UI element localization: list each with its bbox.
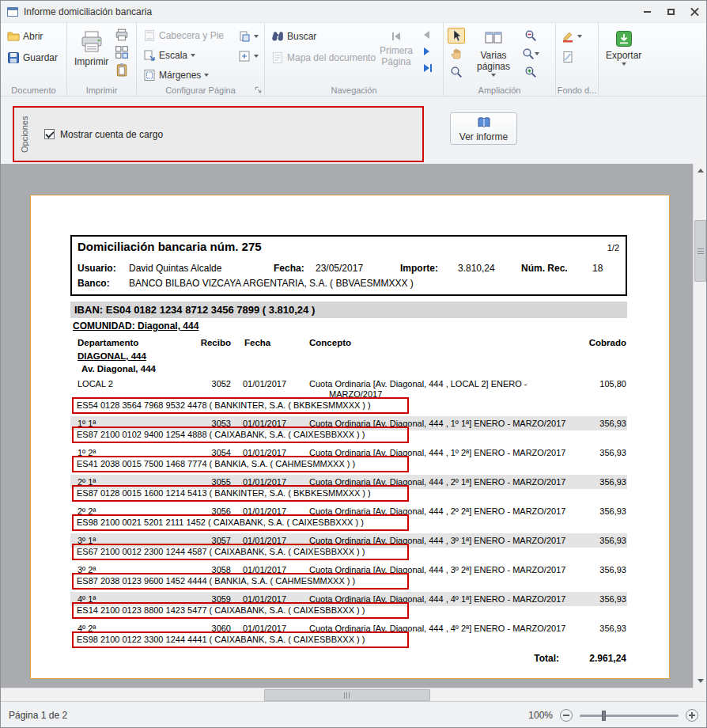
zoom-level-button[interactable] xyxy=(522,46,539,62)
show-account-checkbox[interactable] xyxy=(44,129,55,139)
binoculars-icon xyxy=(271,30,284,43)
group-label-navegacion: Navegación xyxy=(265,85,443,95)
total-label: Total: xyxy=(534,653,559,664)
zoom-slider[interactable] xyxy=(580,715,679,717)
scroll-down-button[interactable] xyxy=(694,674,706,688)
header-recibo: Recibo xyxy=(185,338,231,347)
show-account-checkbox-label[interactable]: Mostrar cuenta de cargo xyxy=(60,129,163,140)
last-page-button[interactable] xyxy=(422,61,433,75)
chevron-down-icon xyxy=(254,55,259,58)
pointer-icon xyxy=(450,29,463,42)
multiple-pages-button[interactable]: Varias páginas xyxy=(468,28,519,83)
table-header-row: Departamento Recibo Fecha Concepto Cobra… xyxy=(70,338,627,351)
zoom-in-slider-button[interactable] xyxy=(686,709,698,722)
group-label-documento: Documento xyxy=(1,85,66,95)
search-button[interactable]: Buscar xyxy=(269,28,370,44)
document-map-button[interactable]: Mapa del documento xyxy=(269,49,370,66)
scale-button[interactable]: Escala xyxy=(141,47,233,63)
background-color-button[interactable] xyxy=(560,28,584,44)
row-cobrado: 356,93 xyxy=(563,448,626,458)
vertical-scroll-thumb[interactable] xyxy=(694,220,706,282)
horizontal-scrollbar[interactable] xyxy=(1,688,693,701)
maximize-icon xyxy=(667,9,675,15)
next-page-icon xyxy=(424,47,429,55)
total-value: 2.961,24 xyxy=(559,653,627,664)
report-page-indicator: 1/2 xyxy=(607,243,619,252)
row-cuenta: ES54 0128 3564 7968 9532 4478 ( BANKINTE… xyxy=(77,400,371,410)
ribbon-group-imprimir: Imprimir Imprimir xyxy=(67,23,137,96)
open-button-label: Abrir xyxy=(23,31,43,42)
group-label-imprimir: Imprimir xyxy=(67,85,136,95)
header-cobrado: Cobrado xyxy=(563,338,626,347)
magnifier-icon xyxy=(450,66,463,78)
fecha-value: 23/05/2017 xyxy=(316,263,363,274)
usuario-value: David Quintas Alcalde xyxy=(129,263,221,274)
zoom-out-slider-button[interactable] xyxy=(560,709,573,722)
row-cobrado: 356,93 xyxy=(563,477,626,487)
options-row: Opciones Mostrar cuenta de cargo Ver inf… xyxy=(1,97,706,164)
margins-button[interactable]: Márgenes xyxy=(141,68,233,83)
close-icon xyxy=(690,7,699,16)
minimize-button[interactable] xyxy=(635,1,659,22)
previous-page-button[interactable] xyxy=(422,28,433,42)
window-title: Informe domiciliación bancaria xyxy=(24,6,152,17)
header-footer-button[interactable]: Cabecera y Pie xyxy=(141,28,233,43)
maximize-button[interactable] xyxy=(659,1,682,22)
charge-account-highlight-box: ES87 2038 0123 9600 1452 4444 ( BANKIA, … xyxy=(72,573,409,590)
open-button[interactable]: Abrir xyxy=(5,28,60,44)
chevron-down-icon xyxy=(254,35,259,38)
table-row: 3º 2ª 3058 01/01/2017 Cuota Ordinaria [A… xyxy=(70,563,627,590)
zoom-out-button[interactable] xyxy=(522,28,539,44)
row-cuenta: ES14 2100 0123 8800 1423 5477 ( CAIXABAN… xyxy=(77,605,365,615)
report-page[interactable]: Domiciliación bancaria núm. 275 1/2 Usua… xyxy=(30,195,670,679)
quick-print-icon[interactable] xyxy=(115,28,129,42)
view-report-button[interactable]: Ver informe xyxy=(450,112,517,145)
magnifier-tool-button[interactable] xyxy=(448,64,465,80)
print-grid-icon[interactable] xyxy=(115,45,129,59)
scroll-up-button[interactable] xyxy=(694,164,706,177)
table-row: 1º 1ª 3053 01/01/2017 Cuota Ordinaria [A… xyxy=(70,416,627,443)
header-footer-label: Cabecera y Pie xyxy=(159,30,224,41)
status-bar: Página 1 de 2 100% xyxy=(1,701,706,728)
comunidad-heading: COMUNIDAD: Diagonal, 444 xyxy=(73,320,198,332)
chevron-down-icon xyxy=(491,74,496,77)
header-departamento: Departamento xyxy=(78,338,138,347)
margins-label: Márgenes xyxy=(159,70,201,81)
horizontal-scroll-thumb[interactable] xyxy=(264,689,430,701)
zoom-in-button[interactable] xyxy=(522,64,539,80)
options-tab-label: Opciones xyxy=(14,108,35,161)
pointer-tool-button[interactable] xyxy=(448,28,465,44)
ribbon-group-documento: Abrir Guardar Documento xyxy=(1,23,67,96)
vertical-scrollbar[interactable] xyxy=(693,164,706,688)
copies-clipboard-icon[interactable] xyxy=(115,63,129,77)
table-row: 2º 2ª 3056 01/01/2017 Cuota Ordinaria [A… xyxy=(70,504,627,531)
row-cuenta: ES98 2100 0021 5201 2111 1452 ( CAIXABAN… xyxy=(77,518,364,527)
first-page-button[interactable]: Primera Página xyxy=(373,28,419,83)
row-cuenta: ES87 2100 0102 9400 1254 4888 ( CAIXABAN… xyxy=(77,430,365,439)
charge-account-highlight-box: ES41 2038 0015 7500 1468 7774 ( BANKIA, … xyxy=(72,456,409,472)
close-button[interactable] xyxy=(682,1,706,22)
charge-account-highlight-box: ES54 0128 3564 7968 9532 4478 ( BANKINTE… xyxy=(72,397,409,414)
importe-label: Importe: xyxy=(400,263,438,274)
printer-icon xyxy=(79,29,104,55)
report-table: Departamento Recibo Fecha Concepto Cobra… xyxy=(70,338,627,664)
charge-account-highlight-box: ES87 2100 0102 9400 1254 4888 ( CAIXABAN… xyxy=(72,427,409,443)
importe-value: 3.810,24 xyxy=(458,263,495,274)
paper-size-button[interactable] xyxy=(236,47,260,64)
group-label-ampliacion: Ampliación xyxy=(444,85,555,95)
charge-account-highlight-box: ES67 2100 0012 2300 1244 4587 ( CAIXABAN… xyxy=(72,544,409,560)
print-button[interactable]: Imprimir xyxy=(71,28,112,83)
export-button[interactable]: Exportar xyxy=(603,28,645,83)
header-fecha: Fecha xyxy=(244,338,270,347)
zoom-slider-thumb[interactable] xyxy=(602,711,606,721)
app-icon xyxy=(6,6,19,18)
row-cobrado: 105,80 xyxy=(563,379,626,389)
orientation-button[interactable] xyxy=(236,28,260,44)
save-button[interactable]: Guardar xyxy=(5,49,60,66)
row-fecha: 01/01/2017 xyxy=(243,379,286,389)
hand-tool-button[interactable] xyxy=(448,46,465,62)
total-row: Total: 2.961,24 xyxy=(70,653,627,664)
watermark-button[interactable] xyxy=(560,48,584,65)
row-cobrado: 356,93 xyxy=(563,506,626,517)
next-page-button[interactable] xyxy=(422,44,433,59)
